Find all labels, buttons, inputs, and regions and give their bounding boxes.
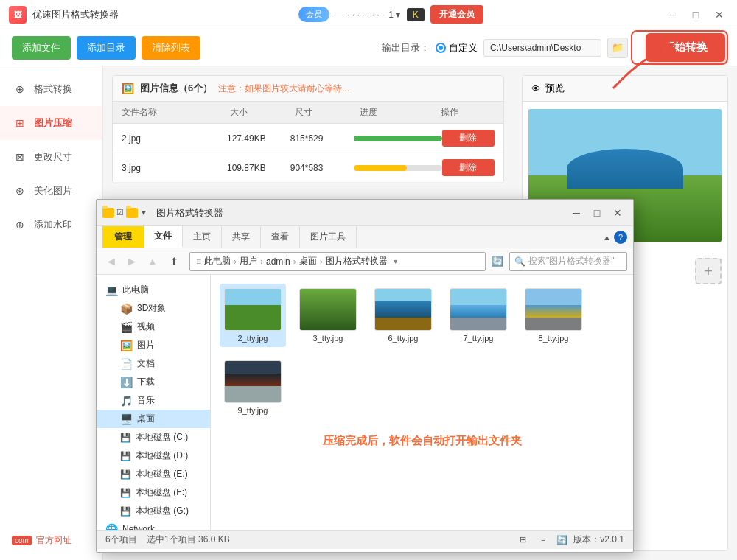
list-item[interactable]: 7_tty.jpg <box>445 284 511 347</box>
tab-image-tools[interactable]: 图片工具 <box>300 226 357 248</box>
dropdown-icon[interactable]: ▼ <box>140 209 147 217</box>
explorer-maximize-btn[interactable]: □ <box>587 203 607 223</box>
panel-title: 图片信息（6个） <box>140 82 212 95</box>
tree-item-e[interactable]: 💾 本地磁盘 (E:) <box>97 465 210 483</box>
open-member-button[interactable]: 开通会员 <box>430 5 483 24</box>
app-window: 🖼 优速图片格式转换器 会员 — · · · · · · · · 1▼ K 开通… <box>0 0 737 560</box>
output-type-radio[interactable]: 自定义 <box>436 41 478 55</box>
explorer-minimize-btn[interactable]: ─ <box>567 203 586 223</box>
minimize-button[interactable]: ─ <box>663 6 681 24</box>
item-count: 6个项目 <box>105 534 137 545</box>
refresh-button[interactable]: 🔄 <box>489 253 506 270</box>
sidebar-item-beautify[interactable]: ⊛ 美化图片 <box>0 174 102 208</box>
tree-item-picture[interactable]: 🖼️ 图片 <box>97 336 210 354</box>
explorer-main: 2_tty.jpg 3_tty.jpg 6_tty.jpg <box>211 275 633 530</box>
tree-item-network[interactable]: 🌐 Network <box>97 520 210 530</box>
tree-item-d[interactable]: 💾 本地磁盘 (D:) <box>97 447 210 465</box>
close-button[interactable]: ✕ <box>710 6 728 24</box>
tab-view[interactable]: 查看 <box>261 226 300 248</box>
help-icon[interactable]: ? <box>614 231 627 244</box>
tab-share[interactable]: 共享 <box>222 226 261 248</box>
tree-item-docs[interactable]: 📄 文档 <box>97 354 210 373</box>
add-dir-button[interactable]: 添加目录 <box>77 36 136 60</box>
file-grid: 2_tty.jpg 3_tty.jpg 6_tty.jpg <box>220 284 624 419</box>
tree-item-c[interactable]: 💾 本地磁盘 (C:) <box>97 428 210 447</box>
g-drive-icon: 💾 <box>120 506 131 517</box>
addr-desktop[interactable]: 桌面 <box>299 255 317 267</box>
resize-icon: ⊠ <box>12 149 28 165</box>
radio-dot <box>436 43 446 53</box>
addr-thispc[interactable]: 此电脑 <box>204 255 231 267</box>
refresh-icon[interactable]: 🔄 <box>556 535 567 545</box>
tree-item-3d[interactable]: 📦 3D对象 <box>97 299 210 318</box>
preview-title: 预览 <box>545 82 565 95</box>
list-item[interactable]: 6_tty.jpg <box>370 284 436 347</box>
progress-fill-1 <box>354 165 407 171</box>
sidebar-bottom: com 官方网址 <box>0 528 103 553</box>
tab-manage[interactable]: 管理 <box>102 226 144 248</box>
output-path[interactable]: C:\Users\admin\Deskto <box>483 39 601 57</box>
address-bar[interactable]: ≡ 此电脑 › 用户 › admin › 桌面 › 图片格式转换器 ▼ <box>189 252 486 271</box>
up-dir-button[interactable]: ⬆ <box>164 252 184 271</box>
addr-dropdown[interactable]: ▼ <box>391 256 401 267</box>
file-explorer: ☑ ▼ 图片格式转换器 ─ □ ✕ 管理 文件 主页 共享 查看 图片工具 <box>96 199 634 553</box>
progress-fill-0 <box>354 136 442 141</box>
3d-label: 3D对象 <box>137 302 166 315</box>
sep4: › <box>320 256 323 267</box>
start-convert-button[interactable]: 开始转换 <box>646 33 725 62</box>
sidebar-item-format[interactable]: ⊕ 格式转换 <box>0 72 102 106</box>
tab-file[interactable]: 文件 <box>144 226 183 248</box>
tab-home[interactable]: 主页 <box>183 226 222 248</box>
col-name: 文件名称 <box>122 106 230 119</box>
folder-browse-button[interactable]: 📁 <box>607 38 628 58</box>
addr-admin[interactable]: admin <box>266 256 290 267</box>
beautify-icon: ⊛ <box>12 183 28 199</box>
file-dims-0: 815*529 <box>290 133 354 144</box>
addr-folder[interactable]: 图片格式转换器 <box>326 255 388 267</box>
official-website-link[interactable]: 官方网址 <box>36 534 71 547</box>
tree-item-g[interactable]: 💾 本地磁盘 (G:) <box>97 502 210 520</box>
explorer-title-left: ☑ ▼ 图片格式转换器 <box>102 206 223 220</box>
toolbar: 添加文件 添加目录 清除列表 输出目录： 自定义 C:\Users\admin\… <box>0 29 737 66</box>
list-item[interactable]: 8_tty.jpg <box>520 284 587 347</box>
check-icon[interactable]: ☑ <box>116 208 124 217</box>
add-file-button[interactable]: 添加文件 <box>12 36 71 60</box>
preview-add-button[interactable]: + <box>695 258 722 284</box>
delete-button-0[interactable]: 删除 <box>442 130 495 147</box>
table-row: 2.jpg 127.49KB 815*529 删除 <box>113 124 503 153</box>
search-box[interactable]: 🔍 搜索"图片格式转换器" <box>509 252 627 271</box>
level-icon[interactable]: K <box>407 8 425 21</box>
tree-item-download[interactable]: ⬇️ 下载 <box>97 373 210 391</box>
explorer-body: 💻 此电脑 📦 3D对象 🎬 视频 🖼️ 图片 <box>97 275 633 530</box>
explorer-title-bar: ☑ ▼ 图片格式转换器 ─ □ ✕ <box>97 200 633 226</box>
tree-item-music[interactable]: 🎵 音乐 <box>97 391 210 410</box>
up-button[interactable]: ▲ <box>144 253 161 270</box>
member-button[interactable]: 会员 <box>298 7 329 22</box>
list-item[interactable]: 3_tty.jpg <box>295 284 361 347</box>
view-grid-button[interactable]: ⊞ <box>515 533 530 547</box>
thispc-icon: 💻 <box>105 284 118 296</box>
list-item[interactable]: 2_tty.jpg <box>220 284 286 347</box>
sidebar-item-compress[interactable]: ⊞ 图片压缩 <box>0 106 102 140</box>
picture-icon: 🖼️ <box>120 340 133 351</box>
compress-icon: ⊞ <box>12 115 28 131</box>
thumb-label-0: 2_tty.jpg <box>224 334 282 343</box>
file-table-header: 文件名称 大小 尺寸 进度 操作 <box>113 102 503 124</box>
maximize-button[interactable]: □ <box>687 6 705 24</box>
thumb-label-5: 9_tty.jpg <box>224 406 282 415</box>
delete-button-1[interactable]: 删除 <box>442 159 495 176</box>
explorer-close-btn[interactable]: ✕ <box>608 203 627 223</box>
list-item[interactable]: 9_tty.jpg <box>220 356 286 419</box>
sidebar-item-watermark[interactable]: ⊕ 添加水印 <box>0 208 102 242</box>
forward-button[interactable]: ▶ <box>123 253 141 270</box>
sidebar-item-resize[interactable]: ⊠ 更改尺寸 <box>0 140 102 174</box>
back-button[interactable]: ◀ <box>102 253 120 270</box>
title-controls: ─ □ ✕ <box>663 6 728 24</box>
addr-user[interactable]: 用户 <box>240 255 257 267</box>
tree-item-f[interactable]: 💾 本地磁盘 (F:) <box>97 483 210 502</box>
clear-list-button[interactable]: 清除列表 <box>142 36 200 60</box>
tree-item-desktop[interactable]: 🖥️ 桌面 <box>97 410 210 428</box>
tree-item-video[interactable]: 🎬 视频 <box>97 318 210 336</box>
view-list-button[interactable]: ≡ <box>536 533 551 547</box>
tree-item-thispc[interactable]: 💻 此电脑 <box>97 281 210 299</box>
